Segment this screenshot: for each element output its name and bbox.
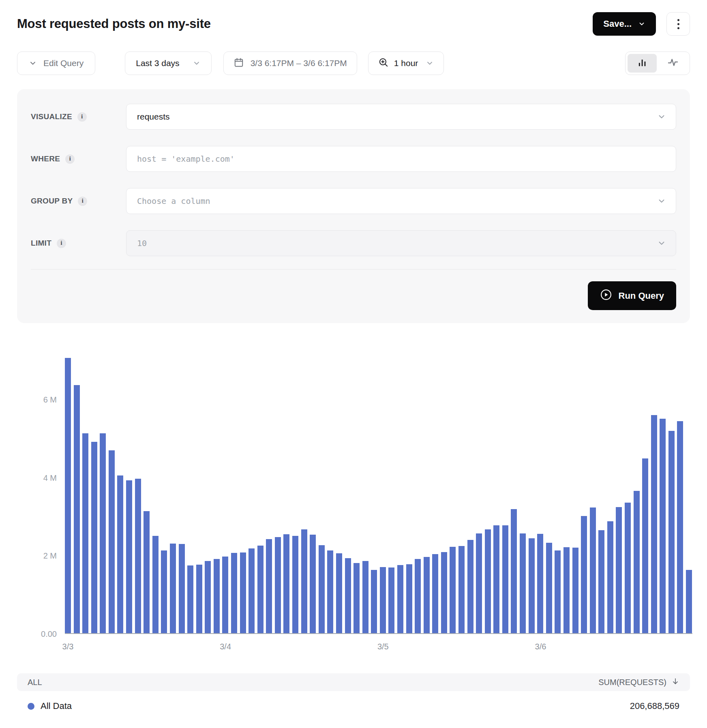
bar[interactable] <box>170 544 176 633</box>
bar[interactable] <box>336 553 342 633</box>
bar[interactable] <box>161 550 167 633</box>
series-total-value: 206,688,569 <box>630 701 679 711</box>
bar[interactable] <box>214 559 220 633</box>
bar[interactable] <box>668 431 675 633</box>
bar[interactable] <box>100 433 106 633</box>
bar[interactable] <box>432 554 438 633</box>
bar[interactable] <box>476 533 482 633</box>
bar[interactable] <box>327 550 333 633</box>
bar[interactable] <box>196 565 202 633</box>
bar[interactable] <box>415 559 421 633</box>
bar[interactable] <box>572 548 578 633</box>
chevron-down-icon <box>657 112 666 121</box>
zoom-in-icon <box>378 57 389 70</box>
line-chart-type-button[interactable] <box>658 54 688 73</box>
bar[interactable] <box>144 511 150 633</box>
bar[interactable] <box>406 564 412 633</box>
bar[interactable] <box>450 547 456 633</box>
bar[interactable] <box>257 546 264 633</box>
group-by-select[interactable]: Choose a column <box>126 188 676 214</box>
bar[interactable] <box>152 536 159 633</box>
bar[interactable] <box>292 536 298 633</box>
bar[interactable] <box>441 552 447 633</box>
bar[interactable] <box>126 480 132 633</box>
bar[interactable] <box>222 557 228 633</box>
save-button[interactable]: Save... <box>593 12 656 36</box>
bar[interactable] <box>677 421 683 633</box>
bar[interactable] <box>179 544 185 633</box>
bar[interactable] <box>301 529 307 633</box>
bar[interactable] <box>240 552 246 633</box>
limit-select[interactable]: 10 <box>126 230 676 256</box>
bar[interactable] <box>555 550 561 633</box>
info-icon[interactable]: i <box>65 154 75 164</box>
bar[interactable] <box>520 533 526 633</box>
results-table-header: ALL SUM(REQUESTS) <box>17 673 690 691</box>
bar[interactable] <box>82 433 88 633</box>
bar[interactable] <box>275 537 281 633</box>
info-icon[interactable]: i <box>77 112 87 122</box>
bar[interactable] <box>371 570 377 633</box>
bar[interactable] <box>74 385 80 633</box>
bar[interactable] <box>362 561 368 633</box>
bar[interactable] <box>581 516 587 633</box>
info-icon[interactable]: i <box>78 197 87 206</box>
bar-chart-type-button[interactable] <box>628 54 657 73</box>
table-row[interactable]: All Data 206,688,569 <box>17 698 690 715</box>
bar[interactable] <box>249 548 255 633</box>
run-query-button[interactable]: Run Query <box>588 281 676 310</box>
bar[interactable] <box>187 565 193 633</box>
bar[interactable] <box>511 509 517 633</box>
bar[interactable] <box>380 567 386 633</box>
bar[interactable] <box>109 450 115 633</box>
time-range-select[interactable]: Last 3 days <box>125 51 211 75</box>
more-options-button[interactable] <box>666 12 690 36</box>
bar[interactable] <box>485 529 491 633</box>
chevron-down-icon <box>426 59 434 67</box>
bar[interactable] <box>205 561 211 633</box>
bar[interactable] <box>493 525 499 633</box>
bar[interactable] <box>529 538 535 633</box>
bar[interactable] <box>634 491 640 633</box>
bar[interactable] <box>660 419 666 633</box>
bar[interactable] <box>537 534 543 633</box>
bar[interactable] <box>231 553 237 633</box>
bar[interactable] <box>345 558 351 633</box>
bar[interactable] <box>135 479 141 633</box>
panel-divider <box>31 269 676 270</box>
visualize-select[interactable]: requests <box>126 104 676 130</box>
bar[interactable] <box>319 545 325 633</box>
page-title: Most requested posts on my-site <box>17 17 593 31</box>
bar[interactable] <box>424 557 430 633</box>
bar[interactable] <box>502 525 508 633</box>
bar[interactable] <box>616 507 622 633</box>
bar[interactable] <box>65 358 71 633</box>
granularity-select[interactable]: 1 hour <box>368 51 444 75</box>
where-input[interactable] <box>137 154 665 164</box>
bar[interactable] <box>467 540 473 633</box>
bar[interactable] <box>563 547 570 633</box>
edit-query-toggle[interactable]: Edit Query <box>17 51 95 75</box>
bar[interactable] <box>458 546 465 633</box>
bar[interactable] <box>283 534 289 633</box>
bar[interactable] <box>625 503 631 633</box>
bar[interactable] <box>607 521 613 633</box>
bar[interactable] <box>651 415 657 633</box>
info-icon[interactable]: i <box>57 239 66 248</box>
bar[interactable] <box>642 458 648 633</box>
bar[interactable] <box>686 570 692 633</box>
bar[interactable] <box>117 475 123 633</box>
chart-plot-area[interactable] <box>65 356 692 634</box>
bar[interactable] <box>598 530 604 633</box>
metric-column-header[interactable]: SUM(REQUESTS) <box>598 677 679 687</box>
bar[interactable] <box>91 442 97 633</box>
bar[interactable] <box>590 507 596 633</box>
bar[interactable] <box>397 565 403 633</box>
date-range-picker[interactable]: 3/3 6:17PM – 3/6 6:17PM <box>223 51 357 75</box>
bar[interactable] <box>266 539 272 633</box>
x-axis-tick-label: 3/3 <box>62 642 74 651</box>
bar[interactable] <box>388 567 394 633</box>
bar[interactable] <box>310 535 316 633</box>
bar[interactable] <box>354 563 360 633</box>
bar[interactable] <box>546 543 552 633</box>
